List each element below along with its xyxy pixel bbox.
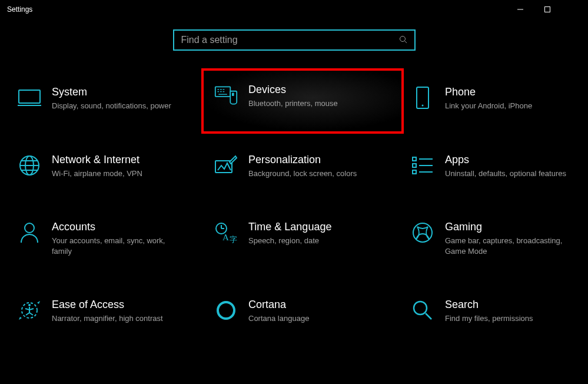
svg-point-4 <box>400 36 405 41</box>
tile-text: Accounts Your accounts, email, sync, wor… <box>52 221 175 256</box>
globe-icon <box>18 154 41 177</box>
svg-rect-6 <box>19 90 40 103</box>
svg-line-5 <box>404 41 407 43</box>
svg-rect-29 <box>413 170 416 174</box>
phone-icon <box>411 86 434 110</box>
paintbrush-icon <box>214 154 238 177</box>
tile-text: Phone Link your Android, iPhone <box>445 86 532 111</box>
maximize-button[interactable] <box>534 0 561 19</box>
tile-title: Search <box>445 299 533 311</box>
tile-title: Ease of Access <box>52 299 163 311</box>
tile-text: Time & Language Speech, region, date <box>248 221 331 246</box>
tile-time-language[interactable]: A 字 Time & Language Speech, region, date <box>214 219 397 259</box>
svg-rect-25 <box>413 157 416 161</box>
time-language-icon: A 字 <box>214 221 238 244</box>
tile-desc: Cortana language <box>248 313 309 324</box>
tile-desc: Uninstall, defaults, optional features <box>445 168 566 179</box>
maximize-icon <box>544 6 550 12</box>
tile-desc: Find my files, permissions <box>445 313 533 324</box>
tile-desc: Link your Android, iPhone <box>445 101 532 111</box>
tile-phone[interactable]: Phone Link your Android, iPhone <box>411 84 588 114</box>
tile-text: Apps Uninstall, defaults, optional featu… <box>445 154 566 179</box>
person-icon <box>18 221 41 244</box>
window-controls <box>507 0 588 19</box>
svg-text:字: 字 <box>230 235 237 244</box>
svg-rect-16 <box>232 92 234 95</box>
apps-list-icon <box>411 154 434 177</box>
tile-gaming[interactable]: Gaming Game bar, captures, broadcasting,… <box>411 219 588 259</box>
cortana-icon <box>214 299 238 322</box>
tile-desc: Wi-Fi, airplane mode, VPN <box>52 168 142 179</box>
minimize-button[interactable] <box>507 0 534 19</box>
tile-desc: Game bar, captures, broadcasting, Game M… <box>445 236 569 256</box>
ease-of-access-icon <box>18 299 41 322</box>
tile-text: Cortana Cortana language <box>248 299 309 324</box>
tile-text: Devices Bluetooth, printers, mouse <box>248 84 338 109</box>
svg-text:A: A <box>222 233 229 242</box>
tile-title: Network & Internet <box>52 154 142 166</box>
svg-rect-1 <box>545 7 550 12</box>
tile-title: Gaming <box>445 221 569 233</box>
tile-desc: Speech, region, date <box>248 236 331 246</box>
tile-accounts[interactable]: Accounts Your accounts, email, sync, wor… <box>18 219 200 259</box>
tile-search[interactable]: Search Find my files, permissions <box>411 296 588 326</box>
tile-title: Personalization <box>248 154 357 166</box>
tile-network[interactable]: Network & Internet Wi-Fi, airplane mode,… <box>18 151 200 181</box>
svg-rect-27 <box>413 164 416 167</box>
system-icon <box>18 86 41 110</box>
tile-desc: Your accounts, email, sync, work, family <box>52 236 175 256</box>
tile-desc: Background, lock screen, colors <box>248 168 357 179</box>
svg-line-42 <box>426 313 431 319</box>
settings-grid: System Display, sound, notifications, po… <box>0 84 588 326</box>
tile-text: Personalization Background, lock screen,… <box>248 154 357 179</box>
svg-point-39 <box>28 304 31 306</box>
minimize-icon <box>517 6 523 12</box>
magnifier-icon <box>411 299 434 322</box>
tile-desc: Display, sound, notifications, power <box>52 101 171 111</box>
search-box[interactable] <box>173 29 416 51</box>
devices-icon <box>214 84 238 107</box>
tile-title: Devices <box>248 84 338 96</box>
tile-title: Phone <box>445 86 532 98</box>
tile-text: Gaming Game bar, captures, broadcasting,… <box>445 221 569 256</box>
tile-system[interactable]: System Display, sound, notifications, po… <box>18 84 200 114</box>
tile-desc: Narrator, magnifier, high contrast <box>52 313 163 324</box>
svg-point-37 <box>413 223 432 242</box>
titlebar: Settings <box>0 0 588 19</box>
search-icon <box>399 35 407 45</box>
tile-personalization[interactable]: Personalization Background, lock screen,… <box>214 151 397 181</box>
search-input[interactable] <box>181 35 399 45</box>
svg-point-40 <box>218 302 234 319</box>
svg-point-31 <box>25 223 34 233</box>
tile-text: System Display, sound, notifications, po… <box>52 86 171 111</box>
search-container <box>0 29 588 51</box>
svg-point-41 <box>414 302 427 315</box>
tile-title: Apps <box>445 154 566 166</box>
tile-devices[interactable]: Devices Bluetooth, printers, mouse <box>204 71 401 131</box>
tile-title: Time & Language <box>248 221 331 233</box>
tile-text: Search Find my files, permissions <box>445 299 533 324</box>
tile-title: Accounts <box>52 221 175 233</box>
tile-title: System <box>52 86 171 98</box>
tile-text: Ease of Access Narrator, magnifier, high… <box>52 299 163 324</box>
tile-desc: Bluetooth, printers, mouse <box>248 98 338 109</box>
tile-text: Network & Internet Wi-Fi, airplane mode,… <box>52 154 142 179</box>
svg-point-18 <box>422 105 424 107</box>
window-title: Settings <box>7 5 32 14</box>
tile-cortana[interactable]: Cortana Cortana language <box>214 296 397 326</box>
tile-apps[interactable]: Apps Uninstall, defaults, optional featu… <box>411 151 588 181</box>
xbox-icon <box>411 221 434 244</box>
tile-title: Cortana <box>248 299 309 311</box>
tile-ease-of-access[interactable]: Ease of Access Narrator, magnifier, high… <box>18 296 200 326</box>
